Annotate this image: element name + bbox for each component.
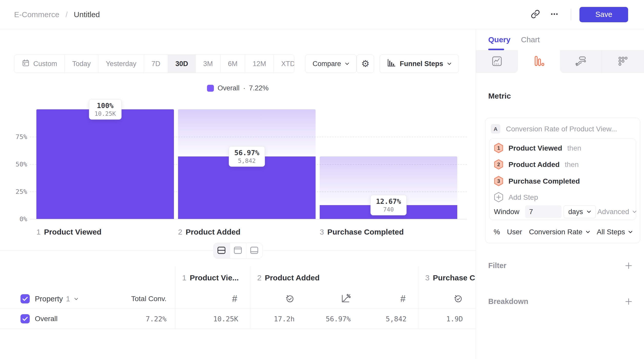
funnel-icon — [533, 55, 545, 68]
layout-chart-only-button[interactable] — [230, 243, 246, 258]
bottom-panel-icon — [250, 246, 259, 255]
cell-step2-count: 5,842 — [348, 315, 407, 323]
count-column-icon[interactable]: # — [232, 293, 237, 304]
window-value-input[interactable] — [525, 205, 562, 218]
step-row-1[interactable]: 1 Product Viewed then — [494, 143, 633, 153]
report-title[interactable]: Untitled — [74, 10, 100, 19]
counting-method-user[interactable]: User — [507, 228, 522, 236]
funnel-bars-icon — [387, 59, 396, 69]
y-tick-75: 75% — [4, 133, 27, 141]
date-range-control: Custom Today Yesterday 7D 30D 3M 6M 12M … — [14, 55, 294, 73]
metric-title-row[interactable]: A Conversion Rate of Product View... — [491, 124, 636, 134]
steps-scope-select[interactable]: All Steps — [597, 228, 633, 236]
active-tab-underline — [488, 49, 504, 50]
step-1-badge-icon: 1 — [494, 143, 503, 153]
range-today[interactable]: Today — [65, 55, 98, 73]
legend-value: 7.22% — [249, 84, 269, 92]
funnels-tab[interactable] — [518, 50, 560, 73]
add-step-button[interactable]: Add Step — [494, 192, 633, 203]
property-selector[interactable]: Property1 — [35, 295, 78, 303]
range-xtd[interactable]: XTD — [274, 55, 294, 73]
funnel-step-label: 2Product Added — [178, 228, 241, 236]
funnel-chart: 75% 50% 25% 0% 100%10.25K1Product Viewed… — [36, 109, 457, 219]
row-checkbox[interactable] — [20, 314, 30, 323]
advanced-toggle[interactable]: Advanced — [596, 207, 638, 216]
more-menu-button[interactable] — [546, 6, 563, 23]
metric-badge: A — [491, 124, 500, 134]
add-breakdown-button[interactable] — [625, 297, 633, 305]
conv-rate-column-icon[interactable] — [341, 293, 351, 304]
flows-tab[interactable] — [560, 50, 602, 73]
range-7d[interactable]: 7D — [144, 55, 168, 73]
step-row-3[interactable]: 3 Purchase Completed — [494, 176, 633, 186]
breadcrumb-project[interactable]: E-Commerce — [14, 10, 59, 19]
retention-icon — [617, 56, 629, 68]
filter-heading: Filter — [488, 261, 506, 270]
total-conv-header[interactable]: Total Conv. — [108, 295, 167, 303]
tab-chart[interactable]: Chart — [521, 35, 540, 44]
step-row-2[interactable]: 2 Product Added then — [494, 159, 633, 170]
funnel-report-app: E-Commerce / Untitled — [0, 0, 644, 359]
table-group-step2: 2Product Added — [257, 273, 320, 282]
share-link-button[interactable] — [527, 6, 544, 23]
breadcrumb-separator: / — [66, 10, 68, 19]
measure-select[interactable]: Conversion Rate — [529, 228, 590, 236]
chevron-down-icon — [447, 62, 451, 65]
retention-tab[interactable] — [602, 50, 644, 73]
range-yesterday[interactable]: Yesterday — [98, 55, 144, 73]
funnel-step-label: 3Purchase Completed — [320, 228, 404, 236]
funnel-step-label: 1Product Viewed — [36, 228, 101, 236]
add-filter-button[interactable] — [625, 261, 633, 270]
top-actions: Save — [527, 6, 628, 23]
cell-step2-rate: 56.97% — [292, 315, 351, 323]
chevron-down-icon — [345, 62, 349, 65]
cell-step1-count: 10.25K — [179, 315, 238, 323]
cell-step2-time: 17.2h — [236, 315, 295, 323]
metric-card: A Conversion Rate of Product View... 1 P… — [485, 118, 640, 243]
chart-settings-button[interactable]: ⚙ — [357, 55, 374, 73]
add-step-plus-icon — [494, 192, 503, 203]
legend-swatch — [207, 85, 214, 92]
chart-type-selector[interactable]: Funnel Steps — [380, 55, 459, 73]
count-column-icon[interactable]: # — [400, 293, 406, 304]
row-name: Overall — [35, 315, 58, 323]
save-button[interactable]: Save — [579, 7, 628, 22]
funnel-bar[interactable] — [36, 109, 174, 219]
y-tick-50: 50% — [4, 161, 27, 168]
percent-icon: % — [494, 228, 500, 236]
chevron-down-icon — [632, 210, 637, 213]
measure-row: % User Conversion Rate All Steps — [494, 228, 635, 236]
x-axis-baseline — [30, 219, 467, 219]
avg-time-column-icon[interactable] — [453, 293, 463, 304]
range-30d[interactable]: 30D — [168, 55, 196, 73]
window-unit-select[interactable]: days — [564, 205, 596, 218]
metric-section-heading: Metric — [488, 92, 511, 100]
layout-split-button[interactable] — [213, 243, 230, 258]
conversion-window-row: Window days Advanced — [494, 205, 629, 218]
breakdown-heading: Breakdown — [488, 297, 528, 306]
report-type-tabs — [476, 50, 644, 73]
step-3-badge-icon: 3 — [494, 176, 503, 186]
insights-tab[interactable] — [476, 50, 518, 73]
range-12m[interactable]: 12M — [245, 55, 274, 73]
chevron-down-icon — [586, 231, 590, 233]
avg-time-column-icon[interactable] — [285, 293, 295, 304]
chevron-down-icon — [628, 231, 632, 233]
chart-legend[interactable]: Overall · 7.22% — [0, 83, 476, 93]
content: Custom Today Yesterday 7D 30D 3M 6M 12M … — [0, 29, 644, 359]
range-custom[interactable]: Custom — [14, 55, 65, 73]
header-row-divider — [0, 309, 476, 309]
flows-icon — [575, 56, 587, 68]
window-label: Window — [494, 208, 520, 216]
select-all-checkbox[interactable] — [20, 294, 30, 303]
range-3m[interactable]: 3M — [196, 55, 221, 73]
legend-series: Overall — [217, 84, 240, 92]
y-tick-0: 0% — [4, 215, 27, 223]
compare-button[interactable]: Compare — [305, 55, 357, 73]
tab-query[interactable]: Query — [488, 35, 511, 44]
cell-total-conv: 7.22% — [108, 315, 167, 323]
legend-separator: · — [243, 84, 245, 92]
range-6m[interactable]: 6M — [221, 55, 245, 73]
range-label: Custom — [33, 60, 57, 68]
layout-table-only-button[interactable] — [246, 243, 262, 258]
